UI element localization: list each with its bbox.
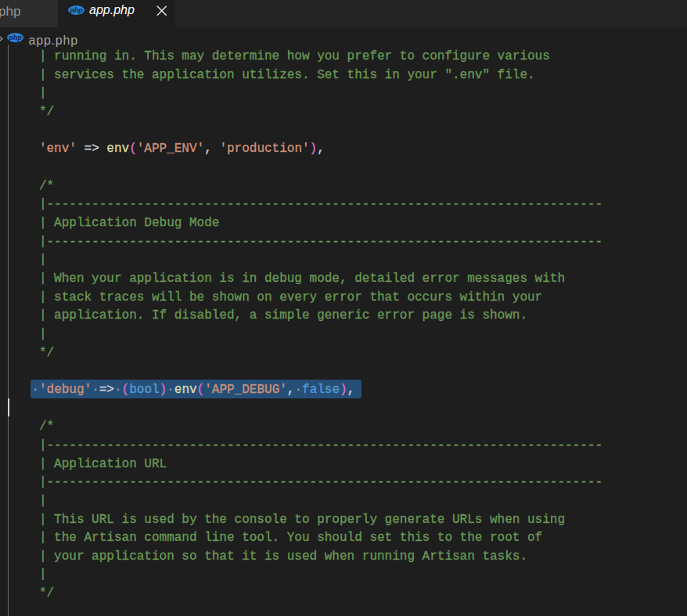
svg-text:php: php bbox=[69, 6, 83, 14]
svg-text:php: php bbox=[8, 34, 22, 41]
